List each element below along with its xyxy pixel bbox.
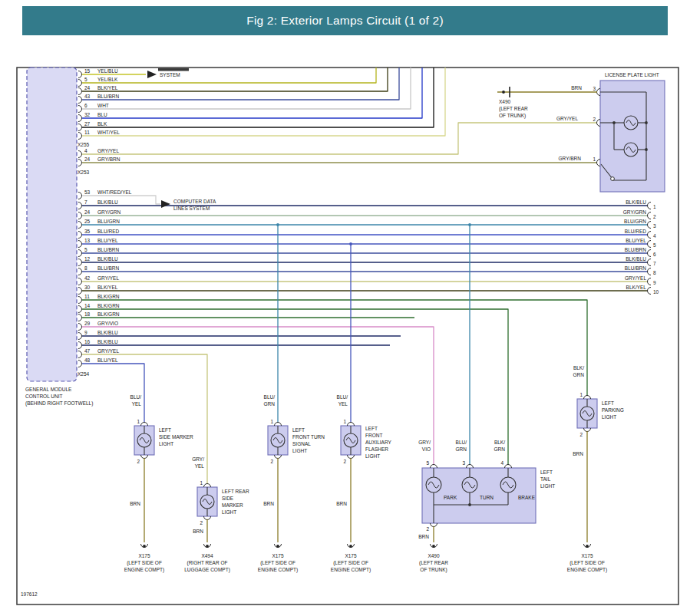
wire-color-label: BLK/BLU	[626, 199, 646, 205]
left-front-turn-signal-light-title: LIGHT	[292, 448, 307, 453]
ground-connector-label: OF TRUNK)	[420, 567, 447, 573]
wire-color-label: BLU/BRN	[97, 265, 119, 271]
pin-number: 1	[579, 392, 583, 397]
pin-number: 8	[84, 265, 87, 271]
ground-connector-label: X175	[581, 553, 593, 558]
wire-color-label: BLK/YEL	[97, 285, 118, 290]
wire-color-label: BLU/BRN	[625, 265, 646, 271]
wire-color-label: BLU/	[264, 394, 276, 400]
terminal-number: 4	[653, 233, 656, 239]
x490-connector-label: OF TRUNK)	[499, 113, 526, 119]
junction-dot	[468, 503, 471, 506]
left-side-marker-light-title: LIGHT	[159, 441, 173, 446]
pin-number: 53	[84, 189, 91, 195]
wire-color-label: BLU/YEL	[97, 238, 118, 243]
x490-connector-label: (LEFT REAR	[499, 106, 528, 112]
wire-color-label: BLU/RED	[97, 229, 119, 234]
left-front-auxiliary-flasher-light-title: LIGHT	[365, 453, 380, 459]
ground-connector-label: (LEFT SIDE OF	[569, 560, 605, 566]
wire-color-label: BLK/GRN	[97, 311, 120, 317]
module-connector-label: X254	[78, 371, 90, 377]
pin-number: 9	[84, 330, 87, 335]
wire-color-label: BLK/BLU	[97, 199, 118, 205]
wire-color-label: GRY/BRN	[559, 156, 582, 161]
pin-number: 16	[84, 339, 91, 344]
junction-dot	[143, 545, 146, 548]
clipped-label	[158, 68, 189, 71]
wire-color-label: GRY/VIO	[97, 321, 118, 326]
left-tail-light-title: LEFT	[540, 469, 553, 475]
pin-number: 1	[137, 419, 140, 424]
wire-color-label: WHT/YEL	[97, 130, 120, 135]
left-front-turn-signal-light-title: FRONT TURN	[292, 434, 325, 440]
wire-color-label: BLU/GRN	[624, 219, 646, 224]
wire-color-label: YEL/BLK	[97, 77, 118, 82]
terminal-number: 6	[653, 252, 656, 257]
ground-connector-label: (LEFT REAR	[419, 560, 448, 566]
wire-color-label: BRN	[573, 451, 583, 456]
wire-color-label: BLK/	[573, 365, 584, 371]
wire-color-label: BLK/BLU	[97, 339, 118, 344]
pin-number: 24	[84, 209, 91, 215]
wire-color-label: BRN	[418, 534, 429, 539]
wire-color-label: BLK/YEL	[626, 285, 647, 290]
ground-connector-label: X175	[272, 553, 284, 558]
wire-color-label: GRN	[456, 446, 467, 452]
wire-color-label: BLU/YEL	[626, 238, 646, 243]
left-rear-side-marker-light-title: SIDE	[222, 496, 234, 501]
switch-pivot-icon	[611, 177, 615, 181]
pin-number: 5	[84, 77, 87, 82]
pin-number: 2	[593, 117, 596, 122]
wire-color-label: BLU/GRN	[97, 219, 120, 224]
wire-color-label: YEL	[132, 401, 142, 407]
pin-number: 14	[84, 303, 91, 308]
wire-color-label: GRN	[264, 401, 276, 407]
module-box	[27, 68, 77, 381]
module-connector-label: X253	[78, 170, 90, 175]
left-front-auxiliary-flasher-light-title: FRONT	[365, 433, 382, 438]
pin-number: 3	[462, 460, 465, 466]
terminal-number: 9	[653, 280, 656, 285]
left-parking-light-title: LIGHT	[602, 414, 616, 420]
pin-number: 4	[500, 460, 503, 466]
ground-connector-label: X490	[428, 553, 440, 558]
wire-color-label: GRY/	[418, 440, 431, 445]
wire-color-label: BLU/BRN	[97, 94, 119, 99]
wire-color-label: GRY/GRN	[623, 209, 647, 215]
bulb-function-label: BRAKE	[518, 495, 536, 500]
terminal-number: 7	[653, 261, 656, 266]
wire-color-label: BLK/GRN	[97, 294, 120, 299]
wire-color-label: BRN	[571, 85, 582, 91]
wire-color-label: YEL	[338, 401, 348, 407]
wire-color-label: BLU/	[337, 394, 348, 400]
left-rear-side-marker-light-title: LIGHT	[222, 509, 236, 515]
bulb-function-label: PARK	[444, 495, 457, 500]
pin-number: 2	[200, 520, 203, 525]
ground-connector-label: ENGINE COMPT)	[331, 567, 371, 573]
wire-color-label: BLU/YEL	[97, 357, 118, 363]
wire-color-label: BLU/	[456, 440, 467, 445]
left-rear-side-marker-light-title: MARKER	[222, 502, 243, 508]
junction-dot	[349, 545, 352, 548]
pin-number: 24	[84, 156, 91, 162]
wire-color-label: BLU/BRN	[97, 247, 119, 252]
wire-color-label: BRN	[193, 529, 203, 534]
wiring-svg: GENERAL MODULECONTROL UNIT(BEHIND RIGHT …	[0, 0, 690, 616]
wire-color-label: GRY/YEL	[97, 148, 119, 153]
ground-connector-label: X494	[201, 553, 213, 558]
left-front-turn-signal-light-title: SIGNAL	[292, 441, 311, 446]
wire-color-label: BLK/GRN	[97, 303, 120, 308]
left-rear-side-marker-light-title: LEFT REAR	[222, 489, 249, 494]
wire-color-label: BRN	[130, 501, 140, 506]
pin-number: 47	[84, 348, 91, 354]
terminal-number: 1	[653, 204, 656, 209]
wire-color-label: GRY/GRN	[97, 209, 121, 215]
wire-color-label: BLK/BLU	[626, 256, 646, 262]
terminal-number: 5	[653, 242, 656, 248]
pin-number: 2	[137, 459, 140, 464]
pin-number: 1	[593, 156, 596, 162]
pin-number: 32	[84, 112, 91, 117]
pin-number: 13	[84, 238, 91, 243]
pin-number: 2	[579, 432, 583, 437]
pin-number: 24	[84, 85, 91, 91]
